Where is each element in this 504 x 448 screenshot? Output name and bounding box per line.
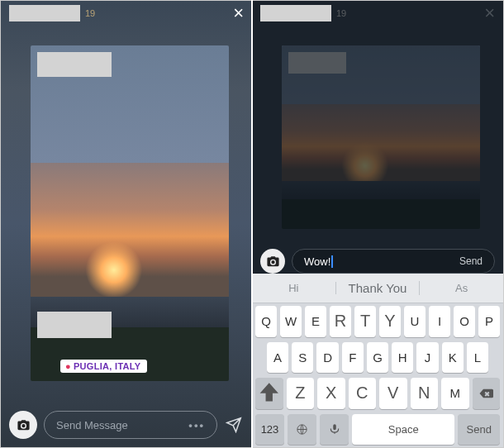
key-w[interactable]: W [280, 306, 302, 337]
key-x[interactable]: X [317, 378, 345, 409]
key-i[interactable]: I [429, 306, 450, 337]
more-options-icon[interactable]: ••• [188, 419, 205, 431]
story-overlay-redacted-top [288, 52, 346, 74]
key-globe[interactable] [288, 414, 316, 446]
key-shift[interactable] [255, 378, 283, 409]
key-j[interactable]: J [416, 342, 438, 374]
shift-icon [255, 379, 283, 407]
close-icon[interactable]: × [233, 4, 244, 22]
story-image-dimmed[interactable] [282, 45, 480, 229]
key-send[interactable]: Send [458, 414, 500, 446]
key-d[interactable]: D [316, 342, 338, 374]
story-timestamp: 19 [336, 8, 346, 18]
mic-icon [329, 423, 340, 435]
key-n[interactable]: N [411, 378, 439, 409]
keyboard: Hi Thank You As Q W E R T Y U I O P A S … [252, 274, 503, 447]
story-overlay-redacted-top [37, 52, 112, 77]
share-button[interactable] [224, 417, 244, 433]
story-timestamp: 19 [85, 8, 95, 18]
key-row-2: A S D F G H J K L [252, 340, 503, 376]
key-m[interactable]: M [441, 378, 469, 409]
message-placeholder: Send Message [56, 419, 128, 431]
location-text: PUGLIA, ITALY [74, 361, 141, 371]
story-overlay-redacted-bottom [37, 312, 112, 338]
key-l[interactable]: L [467, 342, 488, 374]
close-icon[interactable]: × [484, 4, 495, 22]
key-k[interactable]: K [442, 342, 464, 374]
story-viewer-left: 19 × ● PUGLIA, ITALY Send Message ••• [1, 1, 252, 447]
key-o[interactable]: O [454, 306, 475, 337]
key-123[interactable]: 123 [255, 414, 284, 446]
message-input-active[interactable]: Wow! Send [292, 249, 495, 274]
key-g[interactable]: G [367, 342, 388, 374]
message-input[interactable]: Send Message ••• [44, 411, 217, 439]
text-cursor [331, 255, 333, 268]
key-space[interactable]: Space [352, 414, 454, 446]
key-mic[interactable] [320, 414, 349, 446]
key-row-1: Q W E R T Y U I O P [252, 303, 503, 340]
key-y[interactable]: Y [379, 306, 401, 337]
key-a[interactable]: A [267, 342, 288, 374]
send-button[interactable]: Send [459, 255, 483, 267]
story-reply-right: 19 × Wow! Send Hi Thank You As Q [252, 1, 503, 447]
typed-text: Wow! [304, 255, 330, 268]
key-s[interactable]: S [292, 342, 313, 374]
user-avatar-redacted[interactable] [9, 5, 80, 21]
camera-button[interactable] [260, 249, 285, 274]
key-backspace[interactable] [473, 378, 501, 409]
paper-plane-icon [226, 417, 242, 433]
story-image[interactable]: ● PUGLIA, ITALY [31, 45, 229, 381]
key-r[interactable]: R [330, 306, 351, 337]
location-sticker[interactable]: ● PUGLIA, ITALY [60, 360, 147, 373]
key-c[interactable]: C [349, 378, 377, 409]
key-e[interactable]: E [305, 306, 326, 337]
key-t[interactable]: T [354, 306, 376, 337]
suggestion-bar: Hi Thank You As [252, 274, 503, 303]
key-z[interactable]: Z [287, 378, 315, 409]
location-pin-icon: ● [65, 361, 71, 371]
key-h[interactable]: H [392, 342, 413, 374]
globe-icon [296, 423, 308, 436]
suggestion-2[interactable]: Thank You [336, 281, 421, 295]
backspace-icon [478, 386, 493, 401]
reply-bar: Send Message ••• [1, 403, 252, 447]
suggestion-3[interactable]: As [420, 282, 503, 294]
story-header: 19 × [252, 1, 503, 26]
key-row-3: Z X C V N M [252, 375, 503, 412]
key-q[interactable]: Q [255, 306, 277, 337]
key-u[interactable]: U [404, 306, 426, 337]
camera-icon [17, 418, 31, 432]
user-avatar-redacted[interactable] [260, 5, 331, 21]
story-header: 19 × [1, 1, 252, 26]
camera-button[interactable] [9, 411, 37, 439]
key-v[interactable]: V [379, 378, 407, 409]
key-row-4: 123 Space Send [252, 412, 503, 448]
key-f[interactable]: F [342, 342, 364, 374]
camera-icon [266, 255, 280, 269]
key-p[interactable]: P [478, 306, 500, 337]
suggestion-1[interactable]: Hi [252, 282, 336, 294]
